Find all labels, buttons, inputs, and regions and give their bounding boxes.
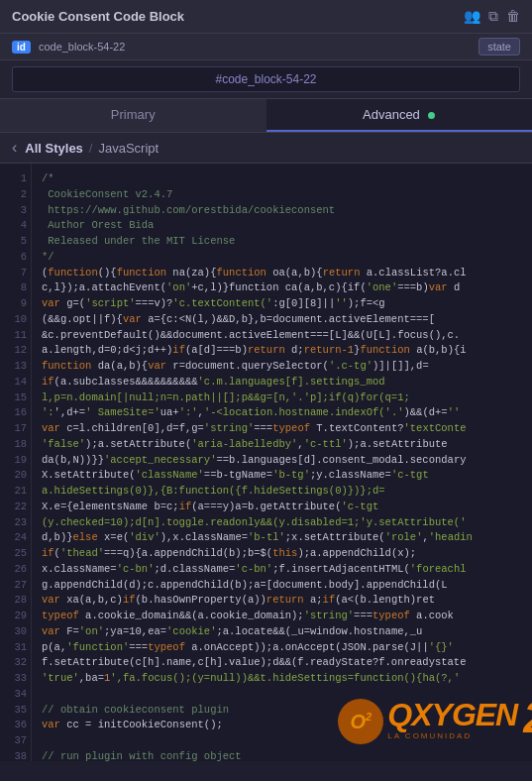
code-block-id: code_block-54-22 xyxy=(39,41,125,53)
top-bar-actions: 👥 ⧉ 🗑 xyxy=(464,8,520,25)
tab-advanced-label: Advanced xyxy=(363,107,420,122)
tab-active-dot xyxy=(428,112,435,119)
subnav-back-icon[interactable]: ‹ xyxy=(12,139,17,157)
tabs-row: Primary Advanced xyxy=(0,99,532,133)
top-bar: Cookie Consent Code Block 👥 ⧉ 🗑 xyxy=(0,0,532,34)
hash-row xyxy=(0,60,532,99)
state-button[interactable]: state xyxy=(479,38,520,56)
copy-icon[interactable]: ⧉ xyxy=(488,8,498,25)
id-badge: id xyxy=(12,41,31,54)
users-icon[interactable]: 👥 xyxy=(464,8,480,25)
subnav-row: ‹ All Styles / JavaScript xyxy=(0,133,532,164)
tab-advanced[interactable]: Advanced xyxy=(266,99,533,132)
code-content[interactable]: /* CookieConsent v2.4.7 https://www.gith… xyxy=(32,164,532,761)
hash-input[interactable] xyxy=(12,66,520,92)
code-editor: 12345 678910 1112131415 1617181920 21222… xyxy=(0,164,532,761)
trash-icon[interactable]: 🗑 xyxy=(506,8,520,25)
tab-primary[interactable]: Primary xyxy=(0,99,266,132)
subnav-separator: / xyxy=(89,141,93,156)
tab-primary-label: Primary xyxy=(111,107,156,122)
page-title: Cookie Consent Code Block xyxy=(12,9,184,24)
subnav-all-styles[interactable]: All Styles xyxy=(25,141,83,156)
code-block-row: id code_block-54-22 state xyxy=(0,34,532,60)
subnav-javascript[interactable]: JavaScript xyxy=(98,141,159,156)
line-numbers: 12345 678910 1112131415 1617181920 21222… xyxy=(0,164,32,761)
